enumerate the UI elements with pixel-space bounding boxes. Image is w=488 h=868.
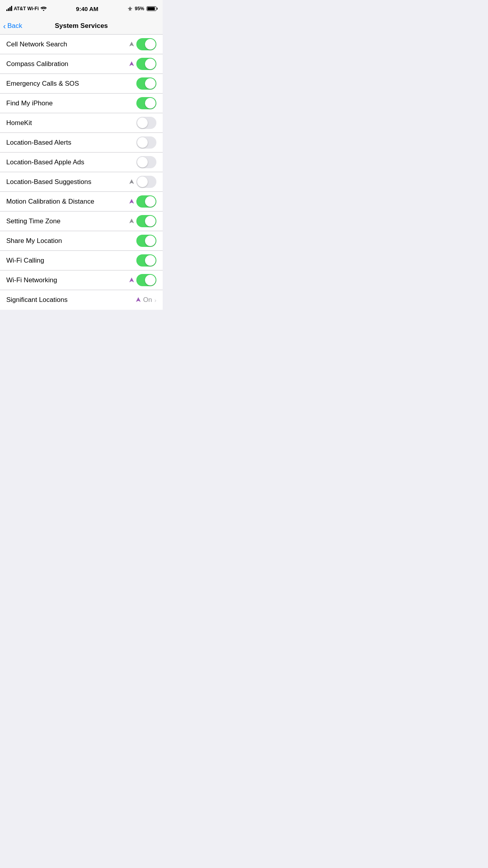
toggle-knob [145, 255, 156, 266]
status-bar: AT&T Wi-Fi 9:40 AM 95% [0, 0, 163, 17]
nav-bar: ‹ Back System Services [0, 17, 163, 35]
svg-marker-6 [136, 297, 141, 302]
location-arrow-icon [129, 218, 134, 225]
toggle-homekit[interactable] [136, 117, 156, 129]
toggle-knob [145, 39, 156, 50]
svg-marker-3 [129, 199, 134, 204]
right-wi-fi-calling [136, 254, 156, 267]
toggle-cell-network-search[interactable] [136, 38, 156, 50]
status-right: 95% [128, 6, 156, 11]
toggle-knob [145, 275, 156, 285]
right-wi-fi-networking [129, 274, 156, 286]
row-cell-network-search[interactable]: Cell Network Search [0, 35, 163, 54]
location-status-icon [128, 6, 132, 11]
toggle-knob [137, 118, 148, 128]
row-find-my-iphone[interactable]: Find My iPhone [0, 94, 163, 113]
signal-bars [6, 6, 12, 11]
label-cell-network-search: Cell Network Search [6, 40, 67, 48]
location-arrow-icon [129, 61, 134, 68]
right-find-my-iphone [136, 97, 156, 109]
right-homekit [136, 117, 156, 129]
toggle-location-based-suggestions[interactable] [136, 176, 156, 188]
right-significant-locations: On› [136, 296, 156, 304]
label-setting-time-zone: Setting Time Zone [6, 217, 61, 225]
toggle-knob [145, 78, 156, 89]
back-button[interactable]: ‹ Back [3, 22, 22, 30]
right-cell-network-search [129, 38, 156, 50]
right-location-based-apple-ads [136, 156, 156, 168]
row-motion-calibration-distance[interactable]: Motion Calibration & Distance [0, 192, 163, 211]
row-setting-time-zone[interactable]: Setting Time Zone [0, 211, 163, 231]
toggle-knob [145, 196, 156, 207]
location-arrow-icon [129, 198, 134, 205]
location-arrow-icon [129, 41, 134, 48]
right-emergency-calls-sos [136, 77, 156, 90]
right-compass-calibration [129, 58, 156, 70]
toggle-knob [145, 59, 156, 69]
wifi-icon [40, 6, 47, 11]
label-find-my-iphone: Find My iPhone [6, 99, 53, 107]
label-significant-locations: Significant Locations [6, 296, 68, 304]
row-homekit[interactable]: HomeKit [0, 113, 163, 133]
row-wi-fi-calling[interactable]: Wi-Fi Calling [0, 251, 163, 270]
right-location-based-alerts [136, 136, 156, 149]
row-significant-locations[interactable]: Significant LocationsOn› [0, 290, 163, 310]
value-significant-locations: On [143, 296, 152, 304]
label-location-based-alerts: Location-Based Alerts [6, 139, 71, 147]
label-wi-fi-calling: Wi-Fi Calling [6, 257, 44, 265]
right-location-based-suggestions [129, 176, 156, 188]
row-compass-calibration[interactable]: Compass Calibration [0, 54, 163, 74]
svg-marker-1 [129, 61, 134, 66]
toggle-emergency-calls-sos[interactable] [136, 77, 156, 90]
right-share-my-location [136, 235, 156, 247]
label-location-based-suggestions: Location-Based Suggestions [6, 178, 91, 186]
row-location-based-apple-ads[interactable]: Location-Based Apple Ads [0, 153, 163, 172]
row-emergency-calls-sos[interactable]: Emergency Calls & SOS [0, 74, 163, 94]
row-location-based-suggestions[interactable]: Location-Based Suggestions [0, 172, 163, 192]
svg-marker-2 [129, 179, 134, 184]
toggle-wi-fi-calling[interactable] [136, 254, 156, 267]
label-homekit: HomeKit [6, 119, 32, 127]
toggle-knob [145, 98, 156, 108]
svg-marker-5 [129, 278, 134, 282]
svg-marker-0 [129, 42, 134, 46]
right-setting-time-zone [129, 215, 156, 227]
battery-percent: 95% [135, 6, 144, 11]
battery-indicator [147, 6, 156, 11]
location-arrow-icon [129, 277, 134, 284]
toggle-knob [137, 137, 148, 148]
chevron-right-icon: › [154, 297, 156, 303]
right-motion-calibration-distance [129, 195, 156, 208]
label-compass-calibration: Compass Calibration [6, 60, 68, 68]
toggle-knob [137, 157, 148, 167]
label-location-based-apple-ads: Location-Based Apple Ads [6, 158, 84, 166]
toggle-find-my-iphone[interactable] [136, 97, 156, 109]
toggle-motion-calibration-distance[interactable] [136, 195, 156, 208]
location-arrow-icon [136, 296, 141, 303]
toggle-knob [137, 177, 148, 187]
carrier-label: AT&T Wi-Fi [14, 6, 39, 11]
toggle-knob [145, 235, 156, 246]
label-share-my-location: Share My Location [6, 237, 62, 245]
svg-marker-4 [129, 219, 134, 223]
status-time: 9:40 AM [76, 6, 98, 12]
row-share-my-location[interactable]: Share My Location [0, 231, 163, 251]
label-wi-fi-networking: Wi-Fi Networking [6, 276, 57, 284]
row-wi-fi-networking[interactable]: Wi-Fi Networking [0, 270, 163, 290]
toggle-wi-fi-networking[interactable] [136, 274, 156, 286]
row-location-based-alerts[interactable]: Location-Based Alerts [0, 133, 163, 153]
label-emergency-calls-sos: Emergency Calls & SOS [6, 80, 79, 88]
status-left: AT&T Wi-Fi [6, 6, 47, 11]
settings-list: Cell Network SearchCompass CalibrationEm… [0, 35, 163, 310]
location-arrow-icon [129, 178, 134, 186]
page-title: System Services [55, 22, 108, 30]
toggle-compass-calibration[interactable] [136, 58, 156, 70]
toggle-location-based-alerts[interactable] [136, 136, 156, 149]
toggle-location-based-apple-ads[interactable] [136, 156, 156, 168]
toggle-setting-time-zone[interactable] [136, 215, 156, 227]
back-chevron-icon: ‹ [3, 22, 6, 30]
back-label: Back [7, 22, 22, 30]
toggle-share-my-location[interactable] [136, 235, 156, 247]
toggle-knob [145, 216, 156, 226]
label-motion-calibration-distance: Motion Calibration & Distance [6, 198, 94, 206]
